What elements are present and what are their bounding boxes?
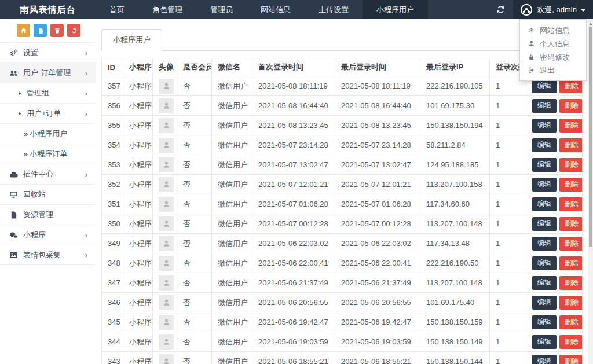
edit-button[interactable]: 编辑 bbox=[532, 158, 557, 172]
delete-button[interactable]: 删除 bbox=[559, 355, 583, 364]
nav-item-0[interactable]: 首页 bbox=[96, 0, 138, 19]
edit-button[interactable]: 编辑 bbox=[532, 315, 557, 329]
table-row: 349小程序否微信用户2021-05-06 22:03:022021-05-06… bbox=[102, 234, 583, 253]
delete-button[interactable]: 删除 bbox=[559, 256, 583, 270]
delete-button[interactable]: 删除 bbox=[559, 276, 583, 290]
sidebar-item-8[interactable]: 资源管理 bbox=[0, 204, 96, 225]
row-member: 否 bbox=[177, 76, 212, 96]
row-first-login: 2021-05-07 23:14:28 bbox=[252, 135, 335, 155]
scroll-up-arrow-icon[interactable] bbox=[589, 21, 592, 25]
chevron-right-icon: › bbox=[85, 69, 87, 78]
sidebar-item-4[interactable]: »小程序用户 bbox=[0, 123, 96, 144]
sidebar-item-label: 小程序用户 bbox=[30, 128, 67, 139]
edit-button[interactable]: 编辑 bbox=[532, 355, 557, 364]
nav-item-5[interactable]: 小程序用户 bbox=[363, 0, 428, 19]
nav-item-3[interactable]: 网站信息 bbox=[247, 0, 305, 19]
delete-button[interactable]: 删除 bbox=[559, 237, 583, 251]
delete-button[interactable]: 删除 bbox=[559, 315, 583, 329]
row-id: 345 bbox=[102, 312, 123, 332]
edit-button[interactable]: 编辑 bbox=[532, 178, 557, 192]
row-app: 小程序 bbox=[123, 155, 153, 175]
edit-button[interactable]: 编辑 bbox=[532, 79, 557, 93]
delete-button[interactable]: 删除 bbox=[559, 138, 583, 152]
row-wechat-name: 微信用户 bbox=[212, 352, 252, 364]
edit-button[interactable]: 编辑 bbox=[532, 119, 557, 133]
delete-button[interactable]: 删除 bbox=[559, 99, 583, 113]
delete-button[interactable]: 删除 bbox=[559, 79, 583, 93]
sidebar: 设置›用户-订单管理›管理组›用户+订单›»小程序用户»小程序订单插件中心›回收… bbox=[0, 19, 96, 364]
edit-button[interactable]: 编辑 bbox=[532, 197, 557, 211]
sidebar-item-7[interactable]: 回收站 bbox=[0, 184, 96, 204]
row-last-login: 2021-05-06 20:56:55 bbox=[335, 293, 420, 312]
sidebar-item-0[interactable]: 设置› bbox=[0, 42, 96, 62]
nav-item-1[interactable]: 角色管理 bbox=[138, 0, 196, 19]
quick-button-trash[interactable] bbox=[50, 24, 64, 37]
row-id: 346 bbox=[102, 293, 123, 312]
sidebar-item-label: 表情包采集 bbox=[23, 250, 61, 260]
delete-button[interactable]: 删除 bbox=[559, 217, 583, 231]
avatar-placeholder bbox=[159, 334, 174, 350]
table-row: 356小程序否微信用户2021-05-08 16:44:402021-05-08… bbox=[102, 96, 583, 116]
row-app: 小程序 bbox=[123, 312, 153, 332]
edit-button[interactable]: 编辑 bbox=[532, 335, 557, 349]
row-app: 小程序 bbox=[123, 116, 153, 135]
sidebar-item-9[interactable]: 小程序› bbox=[0, 225, 96, 245]
row-wechat-name: 微信用户 bbox=[212, 273, 252, 293]
user-menu-item-3[interactable]: 退出 bbox=[520, 64, 586, 77]
tab-mini-program-users[interactable]: 小程序用户 bbox=[101, 29, 162, 51]
table-row: 348小程序否微信用户2021-05-06 22:00:412021-05-06… bbox=[102, 253, 583, 273]
delete-button[interactable]: 删除 bbox=[559, 197, 583, 211]
row-last-login: 2021-05-08 13:23:45 bbox=[335, 116, 420, 135]
edit-button[interactable]: 编辑 bbox=[532, 217, 557, 231]
vertical-scrollbar[interactable] bbox=[588, 19, 593, 364]
scrollbar-thumb[interactable] bbox=[589, 27, 592, 247]
row-wechat-name: 微信用户 bbox=[212, 155, 252, 175]
sidebar-quick-buttons bbox=[0, 19, 96, 42]
refresh-button[interactable] bbox=[488, 0, 513, 19]
edit-button[interactable]: 编辑 bbox=[532, 256, 557, 270]
edit-button[interactable]: 编辑 bbox=[532, 296, 557, 310]
delete-button[interactable]: 删除 bbox=[559, 158, 583, 172]
quick-button-file[interactable] bbox=[34, 24, 47, 37]
column-header-7: 最后登录IP bbox=[420, 58, 490, 76]
sidebar-item-1[interactable]: 用户-订单管理› bbox=[0, 62, 96, 83]
delete-button[interactable]: 删除 bbox=[559, 296, 583, 310]
row-app: 小程序 bbox=[123, 96, 153, 116]
row-avatar-cell bbox=[153, 155, 177, 175]
sidebar-item-10[interactable]: 表情包采集› bbox=[0, 245, 96, 265]
edit-button[interactable]: 编辑 bbox=[532, 138, 557, 152]
avatar-placeholder bbox=[159, 295, 174, 310]
sidebar-item-5[interactable]: »小程序订单 bbox=[0, 144, 96, 164]
edit-button[interactable]: 编辑 bbox=[532, 276, 557, 290]
row-login-count: 1 bbox=[490, 194, 526, 214]
user-menu-toggle[interactable]: 欢迎, admin bbox=[513, 0, 593, 19]
avatar-placeholder bbox=[159, 275, 174, 291]
edit-button[interactable]: 编辑 bbox=[532, 237, 557, 251]
delete-button[interactable]: 删除 bbox=[559, 178, 583, 192]
quick-button-recycle[interactable] bbox=[67, 24, 80, 37]
avatar-placeholder bbox=[159, 157, 174, 172]
row-member: 否 bbox=[177, 253, 212, 273]
quick-button-home[interactable] bbox=[17, 24, 30, 37]
row-first-login: 2021-05-06 18:55:21 bbox=[252, 352, 335, 364]
desktop-icon bbox=[9, 190, 18, 199]
sidebar-item-3[interactable]: 用户+订单› bbox=[0, 103, 96, 123]
edit-button[interactable]: 编辑 bbox=[532, 99, 557, 113]
table-row: 343小程序否微信用户2021-05-06 18:55:212021-05-06… bbox=[102, 352, 583, 364]
delete-button[interactable]: 删除 bbox=[559, 335, 583, 349]
row-avatar-cell bbox=[153, 76, 177, 96]
sidebar-item-2[interactable]: 管理组› bbox=[0, 83, 96, 103]
delete-button[interactable]: 删除 bbox=[559, 119, 583, 133]
row-last-login: 2021-05-06 19:42:47 bbox=[335, 312, 420, 332]
user-menu-item-0[interactable]: 网站信息 bbox=[520, 24, 586, 37]
row-last-ip: 150.138.150.144 bbox=[420, 352, 490, 364]
users-icon bbox=[9, 69, 18, 78]
user-menu-item-1[interactable]: 个人信息 bbox=[520, 37, 586, 50]
row-actions: 编辑删除 bbox=[526, 332, 583, 352]
nav-item-4[interactable]: 上传设置 bbox=[305, 0, 363, 19]
sidebar-item-6[interactable]: 插件中心› bbox=[0, 164, 96, 184]
nav-item-2[interactable]: 管理员 bbox=[196, 0, 247, 19]
sidebar-item-label: 用户+订单 bbox=[27, 108, 61, 119]
row-id: 349 bbox=[102, 234, 123, 253]
user-menu-item-2[interactable]: 密码修改 bbox=[520, 50, 586, 64]
